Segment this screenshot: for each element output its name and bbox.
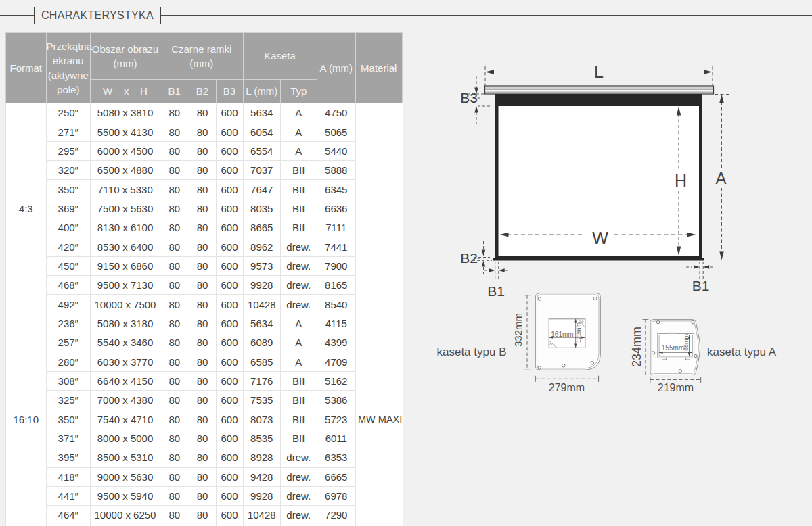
svg-text:B1: B1 <box>487 283 505 299</box>
svg-text:B1: B1 <box>692 278 710 293</box>
svg-text:H: H <box>675 171 687 190</box>
svg-text:L: L <box>594 62 604 81</box>
svg-text:161mm: 161mm <box>551 331 573 338</box>
svg-text:A: A <box>715 169 726 187</box>
svg-text:88mm: 88mm <box>683 334 690 351</box>
svg-text:279mm: 279mm <box>549 382 585 393</box>
svg-text:kaseta typu A: kaseta typu A <box>707 345 777 358</box>
svg-text:W: W <box>592 229 608 247</box>
svg-text:219mm: 219mm <box>658 382 694 393</box>
svg-text:122mm: 122mm <box>575 322 582 343</box>
svg-text:332mm: 332mm <box>512 313 524 347</box>
svg-text:234mm: 234mm <box>630 327 644 367</box>
svg-text:155mm: 155mm <box>662 344 684 352</box>
svg-text:B3: B3 <box>460 90 478 105</box>
svg-text:B2: B2 <box>460 250 478 266</box>
svg-text:kaseta typu B: kaseta typu B <box>436 345 506 358</box>
